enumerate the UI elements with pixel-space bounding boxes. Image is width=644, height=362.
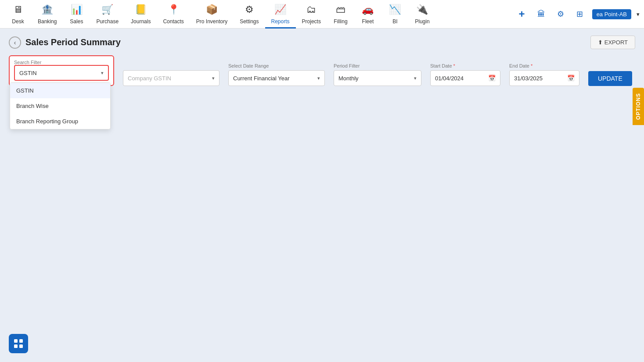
nav-item-banking[interactable]: 🏦 Banking — [32, 0, 63, 29]
dropdown-item-gstin[interactable]: GSTIN — [10, 83, 110, 98]
nav-item-filling[interactable]: 🗃 Filling — [327, 0, 354, 29]
search-filter-chevron: ▾ — [101, 70, 104, 76]
search-filter-dropdown: GSTIN Branch Wise Branch Reporting Group — [10, 82, 111, 129]
plugin-icon: 🔌 — [415, 2, 430, 17]
sales-icon: 📊 — [69, 2, 84, 17]
nav-right: + 🏛 ⚙ ⊞ ea Point-AB ▾ — [515, 7, 640, 21]
start-date-select[interactable]: 01/04/2024 📅 — [430, 70, 500, 86]
user-dropdown-arrow[interactable]: ▾ — [637, 11, 640, 18]
journals-icon: 📒 — [133, 2, 148, 17]
period-filter-chevron: ▾ — [414, 75, 417, 81]
fleet-icon: 🚗 — [360, 2, 375, 17]
nav-label-plugin: Plugin — [415, 18, 429, 25]
nav-label-settings: Settings — [240, 18, 259, 25]
settings-icon: ⚙ — [242, 2, 257, 17]
nav-item-settings[interactable]: ⚙ Settings — [234, 0, 265, 29]
company-gstin-select[interactable]: Company GSTIN ▾ — [123, 70, 219, 86]
date-range-select[interactable]: Current Financial Year ▾ — [228, 70, 325, 86]
company-gstin-label — [123, 63, 219, 68]
date-range-label: Select Date Range — [228, 63, 325, 68]
search-filter-section: Search Filter GSTIN ▾ GSTIN Branch Wise … — [9, 55, 114, 86]
nav-label-projects: Projects — [302, 18, 321, 25]
nav-item-pro-inventory[interactable]: 📦 Pro Inventory — [190, 0, 234, 29]
search-filter-label: Search Filter — [14, 60, 109, 65]
options-sidebar[interactable]: OPTIONS — [633, 88, 644, 125]
bottom-grid-button[interactable] — [9, 334, 28, 353]
company-gstin-group: Company GSTIN ▾ — [123, 63, 219, 86]
purchase-icon: 🛒 — [100, 2, 115, 17]
dropdown-item-branch-reporting-group[interactable]: Branch Reporting Group — [10, 114, 110, 129]
user-badge[interactable]: ea Point-AB — [592, 9, 631, 19]
company-gstin-chevron: ▾ — [212, 75, 215, 81]
nav-label-fleet: Fleet — [362, 18, 374, 25]
add-button[interactable]: + — [515, 7, 529, 21]
main-content: ‹ Sales Period Summary ⬆ EXPORT Search F… — [0, 29, 644, 273]
desk-icon: 🖥 — [11, 2, 25, 17]
svg-rect-1 — [19, 339, 23, 343]
end-date-calendar-icon[interactable]: 📅 — [567, 75, 575, 82]
nav-label-pro-inventory: Pro Inventory — [196, 18, 227, 25]
grid-icon-btn[interactable]: ⊞ — [573, 7, 587, 21]
nav-label-filling: Filling — [334, 18, 347, 25]
period-filter-label: Period Filter — [334, 63, 421, 68]
date-range-value: Current Financial Year — [233, 75, 290, 82]
bank-icon-btn[interactable]: 🏛 — [534, 7, 548, 21]
nav-item-sales[interactable]: 📊 Sales — [63, 0, 90, 29]
nav-item-fleet[interactable]: 🚗 Fleet — [354, 0, 381, 29]
top-nav: 🖥 Desk 🏦 Banking 📊 Sales 🛒 Purchase 📒 Jo… — [0, 0, 644, 29]
nav-items: 🖥 Desk 🏦 Banking 📊 Sales 🛒 Purchase 📒 Jo… — [4, 0, 515, 29]
start-date-label: Start Date * — [430, 63, 500, 68]
contacts-icon: 📍 — [166, 2, 181, 17]
svg-rect-2 — [14, 344, 18, 348]
all-filters-row: Search Filter GSTIN ▾ GSTIN Branch Wise … — [9, 55, 635, 86]
reports-icon: 📈 — [273, 2, 288, 17]
grid-icon — [14, 339, 23, 348]
start-date-calendar-icon[interactable]: 📅 — [488, 75, 496, 82]
period-filter-select[interactable]: Monthly ▾ — [334, 70, 421, 86]
nav-item-projects[interactable]: 🗂 Projects — [296, 0, 327, 29]
nav-label-purchase: Purchase — [96, 18, 119, 25]
period-filter-group: Period Filter Monthly ▾ — [334, 63, 421, 86]
pro-inventory-icon: 📦 — [204, 2, 219, 17]
end-date-select[interactable]: 31/03/2025 📅 — [509, 70, 579, 86]
nav-label-journals: Journals — [131, 18, 151, 25]
nav-label-contacts: Contacts — [163, 18, 183, 25]
end-date-group: End Date * 31/03/2025 📅 — [509, 63, 579, 86]
nav-label-desk: Desk — [12, 18, 24, 25]
filling-icon: 🗃 — [333, 2, 348, 17]
date-range-group: Select Date Range Current Financial Year… — [228, 63, 325, 86]
nav-item-contacts[interactable]: 📍 Contacts — [157, 0, 190, 29]
nav-label-banking: Banking — [38, 18, 57, 25]
end-date-label: End Date * — [509, 63, 579, 68]
end-date-value: 31/03/2025 — [514, 75, 543, 82]
search-filter-value: GSTIN — [19, 70, 37, 76]
period-filter-value: Monthly — [338, 75, 359, 82]
nav-item-journals[interactable]: 📒 Journals — [125, 0, 157, 29]
nav-item-bi[interactable]: 📉 BI — [381, 0, 409, 29]
bi-icon: 📉 — [388, 2, 403, 17]
projects-icon: 🗂 — [304, 2, 319, 17]
start-date-group: Start Date * 01/04/2024 📅 — [430, 63, 500, 86]
dropdown-item-branch-wise[interactable]: Branch Wise — [10, 98, 110, 114]
export-button[interactable]: ⬆ EXPORT — [590, 36, 635, 49]
nav-item-purchase[interactable]: 🛒 Purchase — [90, 0, 125, 29]
nav-item-reports[interactable]: 📈 Reports — [265, 0, 296, 29]
gear-icon-btn[interactable]: ⚙ — [554, 7, 568, 21]
page-title: Sales Period Summary — [25, 37, 121, 47]
svg-rect-3 — [19, 344, 23, 348]
start-date-value: 01/04/2024 — [435, 75, 464, 82]
nav-label-sales: Sales — [70, 18, 83, 25]
nav-item-plugin[interactable]: 🔌 Plugin — [409, 0, 436, 29]
banking-icon: 🏦 — [40, 2, 55, 17]
company-gstin-placeholder: Company GSTIN — [128, 75, 171, 82]
svg-rect-0 — [14, 339, 18, 343]
update-button[interactable]: UPDATE — [588, 71, 632, 86]
page-header: ‹ Sales Period Summary ⬆ EXPORT — [9, 36, 635, 49]
back-button[interactable]: ‹ — [9, 36, 21, 49]
nav-label-bi: BI — [392, 18, 397, 25]
nav-item-desk[interactable]: 🖥 Desk — [4, 0, 32, 29]
nav-label-reports: Reports — [271, 18, 290, 25]
search-filter-select[interactable]: GSTIN ▾ — [14, 65, 109, 81]
date-range-chevron: ▾ — [317, 75, 320, 81]
